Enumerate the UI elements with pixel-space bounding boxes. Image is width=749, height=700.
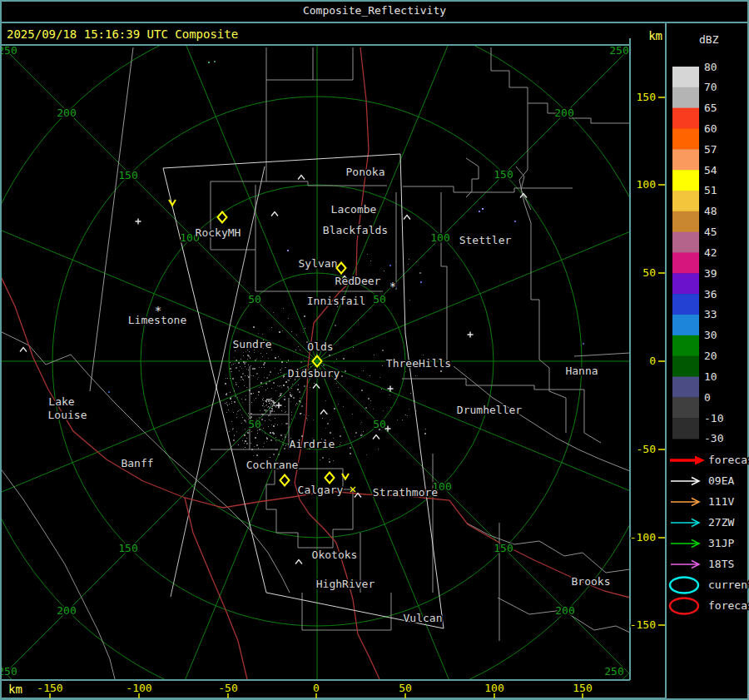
speckle-dot [301,435,303,437]
speckle-dot [264,362,265,364]
speckle-dot [241,423,242,424]
speckle-dot [226,404,227,405]
colorbar-value: 54 [704,164,717,176]
speckle-dot [253,455,254,456]
speckle-dot [235,363,236,364]
speckle-dot [233,364,234,365]
speckle-dot [271,388,272,389]
speckle-dot [353,347,354,348]
speckle-dot [271,410,273,412]
speckle-dot [330,432,331,434]
speckle-dot [241,399,242,400]
speckle-dot [405,371,406,372]
speckle-dot [268,358,269,359]
speckle-dot [265,433,265,434]
colorbar-value: 39 [704,267,717,280]
speckle-dot [284,374,285,375]
speckle-dot [352,414,353,415]
legend-arrow-label: 27ZW [708,516,734,529]
x-axis-label: -100 [126,682,151,694]
ring-label: 250 [609,44,628,57]
speckle-dot [330,420,330,420]
speckle-dot [259,367,260,368]
speckle-dot [283,308,284,309]
speckle-dot [262,334,263,335]
colored-speck [479,211,480,212]
speckle-dot [285,367,285,368]
speckle-dot [286,423,288,424]
speckle-dot [280,359,280,360]
speckle-dot [382,365,383,366]
speckle-dot [288,427,289,428]
speckle-dot [278,373,279,374]
speckle-dot [301,413,302,414]
place-label-vulcan: Vulcan [404,612,443,624]
speckle-dot [343,358,345,360]
speckle-dot [250,357,250,358]
speckle-dot [271,327,272,328]
colorbar-swatch [672,335,699,356]
speckle-dot [350,447,351,449]
speckle-dot [266,441,267,442]
speckle-dot [402,420,403,420]
speckle-dot [274,405,275,406]
colored-speck [583,343,584,345]
speckle-dot [230,392,231,393]
colorbar-value: 33 [704,308,717,320]
window-title: Composite_Reflectivity [0,0,749,22]
speckle-dot [263,405,264,405]
speckle-dot [440,370,442,372]
speckle-dot [265,400,265,401]
speckle-dot [237,411,238,412]
speckle-dot [280,385,281,386]
speckle-dot [234,434,235,435]
ring-label: 200 [57,604,76,617]
speckle-dot [245,440,246,442]
speckle-dot [227,405,228,405]
speckle-dot [410,393,411,394]
speckle-dot [246,362,246,363]
speckle-dot [265,410,267,411]
speckle-dot [381,389,382,390]
speckle-dot [280,372,281,373]
ring-label: 150 [494,168,513,181]
speckle-dot [355,436,355,437]
colorbar-swatch [672,87,699,108]
speckle-dot [307,420,308,420]
legend-arrow-label: 31JP [708,537,734,549]
speckle-dot [270,457,270,458]
speckle-dot [270,410,271,412]
speckle-dot [275,407,276,408]
speckle-dot [285,412,285,413]
ring-label: 250 [0,665,17,678]
speckle-dot [361,390,363,391]
place-label-rockymh: RockyMH [196,226,241,239]
speckle-dot [258,448,259,449]
speckle-dot [270,405,271,405]
speckle-dot [268,406,269,407]
speckle-dot [350,453,351,454]
speckle-dot [253,393,254,394]
speckle-dot [333,460,334,461]
speckle-dot [374,355,374,355]
speckle-dot [355,432,357,434]
y-axis-label: -150 [630,618,656,631]
speckle-dot [244,443,245,444]
speckle-dot [231,371,231,372]
speckle-dot [283,377,284,378]
speckle-dot [262,400,263,400]
speckle-dot [245,375,246,376]
x-axis-label: 0 [313,682,320,694]
speckle-dot [295,380,295,380]
speckle-dot [243,355,244,356]
speckle-dot [268,426,269,427]
speckle-dot [226,378,226,379]
speckle-dot [263,403,264,404]
x-axis-label: -50 [218,682,237,694]
speckle-dot [284,396,285,397]
speckle-dot [258,395,259,395]
speckle-dot [233,439,235,441]
speckle-dot [247,359,248,360]
speckle-dot [395,261,396,262]
speckle-dot [238,386,239,387]
